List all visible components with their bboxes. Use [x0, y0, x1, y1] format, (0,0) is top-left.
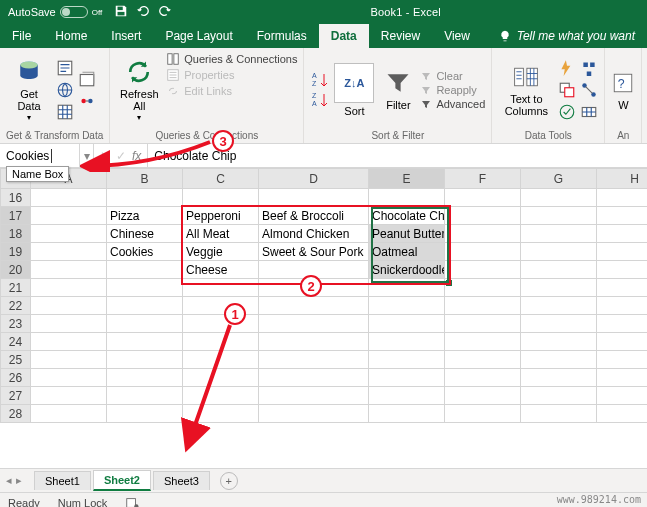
cell[interactable] — [521, 315, 597, 333]
row-header[interactable]: 20 — [1, 261, 31, 279]
column-header[interactable]: G — [521, 169, 597, 189]
cell[interactable]: Chocolate Chip — [369, 207, 445, 225]
cell[interactable] — [183, 405, 259, 423]
cell[interactable] — [31, 369, 107, 387]
cell[interactable] — [369, 315, 445, 333]
tab-view[interactable]: View — [432, 24, 482, 48]
undo-icon[interactable] — [136, 4, 150, 20]
cell[interactable] — [31, 351, 107, 369]
cell[interactable]: Cookies — [107, 243, 183, 261]
recent-sources-icon[interactable] — [78, 70, 96, 88]
sort-desc-icon[interactable]: ZA — [310, 90, 330, 110]
cell[interactable] — [369, 297, 445, 315]
row-header[interactable]: 17 — [1, 207, 31, 225]
cancel-icon[interactable]: ✕ — [100, 149, 110, 163]
flash-fill-icon[interactable] — [558, 59, 576, 77]
cell[interactable] — [31, 207, 107, 225]
cell[interactable]: Peanut Butter — [369, 225, 445, 243]
from-web-icon[interactable] — [56, 81, 74, 99]
cell[interactable] — [597, 315, 648, 333]
cell[interactable] — [31, 243, 107, 261]
cell[interactable] — [369, 189, 445, 207]
column-header[interactable]: H — [597, 169, 648, 189]
cell[interactable] — [107, 351, 183, 369]
cell[interactable] — [31, 261, 107, 279]
fill-handle[interactable] — [446, 280, 452, 286]
cell[interactable] — [31, 405, 107, 423]
cell[interactable] — [445, 351, 521, 369]
cell[interactable] — [597, 405, 648, 423]
from-text-icon[interactable] — [56, 59, 74, 77]
cell[interactable] — [521, 261, 597, 279]
cell[interactable] — [107, 189, 183, 207]
existing-connections-icon[interactable] — [78, 92, 96, 110]
row-header[interactable]: 22 — [1, 297, 31, 315]
macro-record-icon[interactable] — [125, 496, 139, 508]
cell[interactable] — [521, 279, 597, 297]
queries-connections-button[interactable]: Queries & Connections — [166, 52, 297, 66]
cell[interactable]: Chinese — [107, 225, 183, 243]
cell[interactable] — [597, 225, 648, 243]
cell[interactable] — [259, 297, 369, 315]
text-to-columns-button[interactable]: Text to Columns — [498, 52, 554, 128]
cell[interactable]: Sweet & Sour Pork — [259, 243, 369, 261]
cell[interactable] — [445, 189, 521, 207]
row-header[interactable]: 18 — [1, 225, 31, 243]
save-icon[interactable] — [114, 4, 128, 20]
cell[interactable] — [31, 333, 107, 351]
cell[interactable] — [259, 315, 369, 333]
column-header[interactable]: B — [107, 169, 183, 189]
edit-links-button[interactable]: Edit Links — [166, 84, 297, 98]
cell[interactable] — [597, 297, 648, 315]
cell[interactable] — [445, 405, 521, 423]
from-table-icon[interactable] — [56, 103, 74, 121]
sort-button[interactable]: Z↓A Sort — [332, 61, 376, 119]
column-header[interactable]: C — [183, 169, 259, 189]
cell[interactable] — [107, 387, 183, 405]
cell[interactable] — [521, 351, 597, 369]
cell[interactable] — [445, 369, 521, 387]
cell[interactable] — [597, 351, 648, 369]
cell[interactable] — [597, 207, 648, 225]
cell[interactable] — [597, 279, 648, 297]
sheet-tab-sheet2[interactable]: Sheet2 — [93, 470, 151, 491]
cell[interactable] — [259, 279, 369, 297]
cell[interactable] — [107, 261, 183, 279]
column-header[interactable]: F — [445, 169, 521, 189]
cell[interactable] — [445, 261, 521, 279]
cell[interactable] — [107, 369, 183, 387]
column-header[interactable]: D — [259, 169, 369, 189]
advanced-button[interactable]: Advanced — [420, 98, 485, 110]
cell[interactable] — [445, 333, 521, 351]
tab-formulas[interactable]: Formulas — [245, 24, 319, 48]
autosave-toggle[interactable]: AutoSave Off — [8, 6, 102, 18]
cell[interactable] — [259, 333, 369, 351]
tab-home[interactable]: Home — [43, 24, 99, 48]
cell[interactable] — [369, 369, 445, 387]
cell[interactable] — [259, 189, 369, 207]
cell[interactable] — [369, 405, 445, 423]
row-header[interactable]: 21 — [1, 279, 31, 297]
cell[interactable] — [31, 225, 107, 243]
cell[interactable]: Almond Chicken — [259, 225, 369, 243]
consolidate-icon[interactable] — [580, 59, 598, 77]
cell[interactable] — [107, 315, 183, 333]
cell[interactable] — [183, 387, 259, 405]
sort-asc-icon[interactable]: AZ — [310, 70, 330, 90]
cell[interactable] — [521, 243, 597, 261]
reapply-button[interactable]: Reapply — [420, 84, 485, 96]
cell[interactable] — [521, 207, 597, 225]
cell[interactable] — [107, 279, 183, 297]
row-header[interactable]: 24 — [1, 333, 31, 351]
sheet-tab-sheet1[interactable]: Sheet1 — [34, 471, 91, 490]
redo-icon[interactable] — [158, 4, 172, 20]
cell[interactable] — [521, 225, 597, 243]
refresh-all-button[interactable]: Refresh All ▾ — [116, 52, 162, 128]
name-box[interactable]: Cookies Name Box — [0, 144, 80, 167]
cell[interactable] — [521, 189, 597, 207]
formula-input[interactable]: Chocolate Chip — [148, 144, 647, 167]
cell[interactable] — [369, 351, 445, 369]
cell[interactable] — [183, 315, 259, 333]
cell[interactable] — [521, 369, 597, 387]
cell[interactable] — [597, 333, 648, 351]
